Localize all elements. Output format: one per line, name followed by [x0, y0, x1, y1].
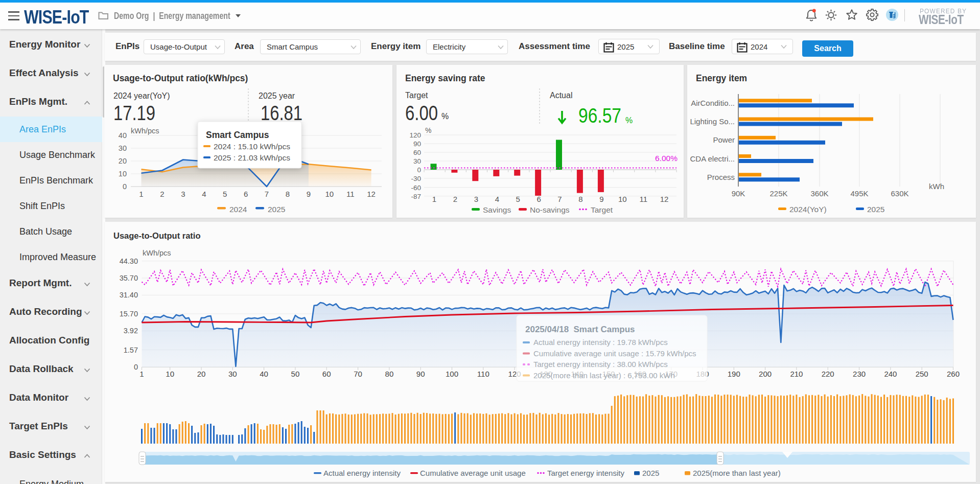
- svg-text:%: %: [625, 116, 633, 125]
- svg-text:1.57: 1.57: [124, 346, 138, 354]
- svg-text:Lighting So...: Lighting So...: [690, 117, 735, 126]
- svg-text:30: 30: [413, 157, 421, 165]
- svg-text:17.19: 17.19: [113, 102, 155, 124]
- svg-text:2025 : 21.03 kWh/pcs: 2025 : 21.03 kWh/pcs: [214, 153, 290, 162]
- svg-text:12: 12: [367, 190, 376, 198]
- svg-text:7: 7: [557, 195, 562, 203]
- svg-text:70: 70: [354, 370, 362, 378]
- svg-text:0: 0: [134, 363, 138, 371]
- svg-text:8: 8: [286, 190, 290, 198]
- svg-text:200: 200: [759, 370, 772, 378]
- svg-text:2025/04/18 Smart Campus: 2025/04/18 Smart Campus: [525, 325, 635, 334]
- svg-text:4: 4: [202, 190, 206, 198]
- svg-text:6.00: 6.00: [405, 102, 438, 124]
- svg-text:360K: 360K: [810, 189, 828, 198]
- svg-text:9: 9: [599, 195, 603, 203]
- svg-text:1: 1: [139, 190, 143, 198]
- svg-text:0: 0: [123, 182, 127, 191]
- svg-text:210: 210: [790, 370, 803, 378]
- svg-text:Target energy intensity: Target energy intensity: [547, 469, 624, 477]
- svg-text:Usage-to-Output ratio(kWh/pcs): Usage-to-Output ratio(kWh/pcs): [113, 73, 248, 83]
- svg-text:2025(more than last year) : 6,: 2025(more than last year) : 6,753.00 kWh: [533, 371, 675, 380]
- svg-text:10: 10: [618, 195, 627, 203]
- svg-text:2025 year: 2025 year: [259, 91, 295, 100]
- svg-text:16.81: 16.81: [261, 102, 302, 124]
- svg-text:10: 10: [119, 170, 127, 178]
- svg-text:3: 3: [181, 190, 185, 198]
- svg-text:11: 11: [639, 195, 647, 203]
- svg-text:3.92: 3.92: [124, 327, 138, 335]
- svg-text:250: 250: [916, 370, 928, 378]
- svg-text:120: 120: [409, 131, 421, 139]
- svg-text:0: 0: [417, 166, 421, 174]
- svg-text:2024: 2024: [229, 205, 247, 214]
- svg-text:2024 year(YoY): 2024 year(YoY): [113, 91, 170, 100]
- svg-text:Energy item: Energy item: [696, 73, 747, 83]
- svg-text:2025: 2025: [268, 205, 285, 214]
- svg-text:30: 30: [119, 144, 127, 152]
- svg-text:2024 : 15.10 kWh/pcs: 2024 : 15.10 kWh/pcs: [214, 142, 290, 151]
- svg-text:1: 1: [139, 370, 144, 378]
- svg-text:Cumulative average unit usage: Cumulative average unit usage: [420, 469, 526, 477]
- svg-text:%: %: [441, 112, 449, 121]
- svg-text:Actual energy intensity : 19.7: Actual energy intensity : 19.78 kWh/pcs: [533, 338, 668, 347]
- svg-text:Energy saving rate: Energy saving rate: [405, 73, 485, 83]
- svg-text:100: 100: [446, 370, 458, 378]
- svg-text:10: 10: [325, 190, 334, 198]
- svg-text:Target energy intensity : 38.0: Target energy intensity : 38.00 kWh/pcs: [533, 360, 668, 368]
- svg-text:6.00%: 6.00%: [655, 154, 678, 163]
- svg-text:CDA electri...: CDA electri...: [690, 154, 735, 163]
- svg-text:190: 190: [728, 370, 740, 378]
- svg-text:-60: -60: [411, 184, 421, 192]
- svg-text:-87: -87: [411, 193, 421, 200]
- svg-text:30: 30: [228, 370, 237, 378]
- svg-text:AirConditio...: AirConditio...: [691, 99, 735, 107]
- svg-text:Usage-to-Output ratio: Usage-to-Output ratio: [113, 231, 201, 240]
- svg-text:Process: Process: [707, 173, 735, 181]
- svg-text:225K: 225K: [769, 189, 787, 198]
- svg-text:90: 90: [413, 140, 421, 148]
- svg-text:No-savings: No-savings: [530, 205, 570, 214]
- svg-text:80: 80: [385, 370, 394, 378]
- svg-text:44.30: 44.30: [120, 257, 138, 265]
- svg-text:96.57: 96.57: [578, 104, 621, 127]
- svg-text:20: 20: [119, 157, 127, 165]
- svg-text:9: 9: [307, 190, 311, 198]
- svg-text:Cumulative average unit usage: Cumulative average unit usage : 15.79 kW…: [533, 349, 696, 358]
- svg-text:5: 5: [516, 195, 520, 203]
- svg-text:495K: 495K: [850, 189, 868, 198]
- svg-text:260: 260: [947, 370, 960, 378]
- svg-text:60: 60: [413, 149, 421, 156]
- svg-text:7: 7: [265, 190, 269, 198]
- svg-text:12: 12: [660, 195, 669, 203]
- svg-text:kWh/pcs: kWh/pcs: [143, 249, 171, 257]
- svg-text:630K: 630K: [891, 189, 908, 198]
- svg-text:60: 60: [322, 370, 331, 378]
- svg-text:4: 4: [495, 195, 499, 203]
- svg-text:Actual energy intensity: Actual energy intensity: [323, 469, 401, 477]
- svg-text:Savings: Savings: [483, 205, 511, 214]
- svg-text:Smart Campus: Smart Campus: [206, 130, 269, 140]
- svg-text:6: 6: [536, 195, 541, 203]
- svg-text:15.70: 15.70: [120, 310, 138, 318]
- svg-text:5: 5: [223, 190, 227, 198]
- svg-text:20: 20: [197, 370, 206, 378]
- svg-text:90: 90: [416, 370, 425, 378]
- svg-text:220: 220: [822, 370, 834, 378]
- svg-text:40: 40: [260, 370, 268, 378]
- svg-text:10: 10: [166, 370, 174, 378]
- svg-text:11: 11: [346, 190, 355, 198]
- svg-text:8: 8: [578, 195, 582, 203]
- svg-text:2025(more than last year): 2025(more than last year): [693, 469, 781, 477]
- svg-text:kWh/pcs: kWh/pcs: [131, 127, 159, 135]
- svg-text:Target: Target: [405, 91, 428, 100]
- svg-text:40: 40: [119, 131, 127, 140]
- svg-text:kWh: kWh: [929, 182, 944, 191]
- svg-text:-30: -30: [411, 175, 421, 182]
- svg-text:%: %: [425, 126, 431, 134]
- svg-text:Target: Target: [591, 205, 613, 214]
- svg-text:6: 6: [244, 190, 248, 198]
- svg-text:2: 2: [453, 195, 457, 203]
- svg-text:31.40: 31.40: [120, 291, 138, 299]
- svg-text:2025: 2025: [642, 469, 659, 477]
